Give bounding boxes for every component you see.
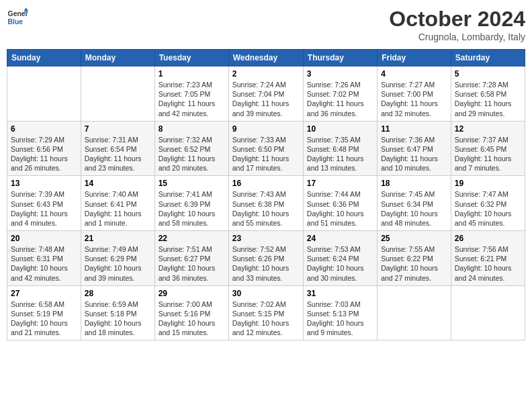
calendar-day-cell: 6Sunrise: 7:29 AM Sunset: 6:56 PM Daylig…: [7, 121, 81, 176]
day-number: 12: [455, 124, 521, 134]
day-content: Sunrise: 7:47 AM Sunset: 6:32 PM Dayligh…: [455, 189, 521, 228]
svg-marker-2: [24, 8, 28, 11]
calendar-day-cell: 12Sunrise: 7:37 AM Sunset: 6:45 PM Dayli…: [451, 121, 525, 176]
calendar-day-cell: 16Sunrise: 7:43 AM Sunset: 6:38 PM Dayli…: [228, 176, 303, 231]
day-number: 15: [159, 179, 225, 188]
day-content: Sunrise: 7:44 AM Sunset: 6:36 PM Dayligh…: [307, 189, 373, 228]
calendar-day-cell: 24Sunrise: 7:53 AM Sunset: 6:24 PM Dayli…: [303, 231, 377, 286]
day-number: 30: [232, 289, 300, 298]
col-header-wednesday: Wednesday: [228, 50, 303, 66]
title-area: October 2024 Crugnola, Lombardy, Italy: [389, 7, 525, 42]
calendar-week-row: 13Sunrise: 7:39 AM Sunset: 6:43 PM Dayli…: [7, 176, 525, 231]
day-number: 4: [381, 69, 447, 79]
day-content: Sunrise: 7:48 AM Sunset: 6:31 PM Dayligh…: [11, 244, 77, 283]
logo: General Blue: [7, 7, 28, 28]
calendar-day-cell: 13Sunrise: 7:39 AM Sunset: 6:43 PM Dayli…: [7, 176, 81, 231]
day-number: 8: [159, 124, 225, 134]
day-number: 3: [307, 69, 373, 79]
calendar-day-cell: 2Sunrise: 7:24 AM Sunset: 7:04 PM Daylig…: [228, 66, 303, 122]
day-number: 6: [11, 124, 77, 134]
calendar-day-cell: 23Sunrise: 7:52 AM Sunset: 6:26 PM Dayli…: [228, 231, 303, 286]
page-header: General Blue October 2024 Crugnola, Lomb…: [7, 7, 525, 42]
day-number: 7: [85, 124, 151, 134]
day-number: 11: [381, 124, 447, 134]
day-content: Sunrise: 7:24 AM Sunset: 7:04 PM Dayligh…: [232, 80, 300, 118]
day-number: 27: [11, 289, 77, 298]
col-header-sunday: Sunday: [7, 50, 81, 66]
day-number: 17: [307, 179, 373, 188]
day-number: 31: [307, 289, 373, 298]
day-content: Sunrise: 7:51 AM Sunset: 6:27 PM Dayligh…: [159, 244, 225, 283]
day-number: 28: [85, 289, 151, 298]
day-number: 23: [232, 234, 300, 243]
day-content: Sunrise: 6:58 AM Sunset: 5:19 PM Dayligh…: [11, 300, 77, 338]
day-content: Sunrise: 7:03 AM Sunset: 5:13 PM Dayligh…: [307, 300, 373, 338]
day-content: Sunrise: 7:49 AM Sunset: 6:29 PM Dayligh…: [85, 244, 151, 283]
col-header-thursday: Thursday: [303, 50, 377, 66]
calendar-day-cell: [378, 285, 451, 340]
calendar-day-cell: 18Sunrise: 7:45 AM Sunset: 6:34 PM Dayli…: [378, 176, 451, 231]
calendar-day-cell: [451, 285, 525, 340]
day-content: Sunrise: 7:02 AM Sunset: 5:15 PM Dayligh…: [232, 300, 300, 338]
day-number: 18: [381, 179, 447, 188]
month-year-title: October 2024: [389, 7, 525, 32]
day-content: Sunrise: 7:33 AM Sunset: 6:50 PM Dayligh…: [232, 135, 300, 173]
day-content: Sunrise: 7:29 AM Sunset: 6:56 PM Dayligh…: [11, 135, 77, 173]
calendar-day-cell: 10Sunrise: 7:35 AM Sunset: 6:48 PM Dayli…: [303, 121, 377, 176]
calendar-day-cell: 8Sunrise: 7:32 AM Sunset: 6:52 PM Daylig…: [154, 121, 228, 176]
calendar-week-row: 6Sunrise: 7:29 AM Sunset: 6:56 PM Daylig…: [7, 121, 525, 176]
calendar-day-cell: 30Sunrise: 7:02 AM Sunset: 5:15 PM Dayli…: [228, 285, 303, 340]
col-header-monday: Monday: [81, 50, 154, 66]
day-number: 25: [381, 234, 447, 243]
day-number: 24: [307, 234, 373, 243]
day-number: 13: [11, 179, 77, 188]
calendar-day-cell: 11Sunrise: 7:36 AM Sunset: 6:47 PM Dayli…: [378, 121, 451, 176]
day-number: 10: [307, 124, 373, 134]
day-content: Sunrise: 7:53 AM Sunset: 6:24 PM Dayligh…: [307, 244, 373, 283]
calendar-day-cell: 4Sunrise: 7:27 AM Sunset: 7:00 PM Daylig…: [378, 66, 451, 122]
day-content: Sunrise: 7:56 AM Sunset: 6:21 PM Dayligh…: [455, 244, 521, 283]
logo-icon: General Blue: [7, 7, 28, 28]
day-content: Sunrise: 7:55 AM Sunset: 6:22 PM Dayligh…: [381, 244, 447, 283]
day-content: Sunrise: 6:59 AM Sunset: 5:18 PM Dayligh…: [85, 300, 151, 338]
calendar-week-row: 20Sunrise: 7:48 AM Sunset: 6:31 PM Dayli…: [7, 231, 525, 286]
calendar-day-cell: 20Sunrise: 7:48 AM Sunset: 6:31 PM Dayli…: [7, 231, 81, 286]
day-content: Sunrise: 7:45 AM Sunset: 6:34 PM Dayligh…: [381, 189, 447, 228]
day-number: 9: [232, 124, 300, 134]
svg-text:Blue: Blue: [8, 18, 24, 26]
day-content: Sunrise: 7:40 AM Sunset: 6:41 PM Dayligh…: [85, 189, 151, 228]
day-content: Sunrise: 7:41 AM Sunset: 6:39 PM Dayligh…: [159, 189, 225, 228]
day-number: 14: [85, 179, 151, 188]
day-number: 21: [85, 234, 151, 243]
calendar-day-cell: 7Sunrise: 7:31 AM Sunset: 6:54 PM Daylig…: [81, 121, 154, 176]
calendar-day-cell: 27Sunrise: 6:58 AM Sunset: 5:19 PM Dayli…: [7, 285, 81, 340]
day-number: 5: [455, 69, 521, 79]
calendar-day-cell: 25Sunrise: 7:55 AM Sunset: 6:22 PM Dayli…: [378, 231, 451, 286]
calendar-week-row: 27Sunrise: 6:58 AM Sunset: 5:19 PM Dayli…: [7, 285, 525, 340]
calendar-day-cell: 14Sunrise: 7:40 AM Sunset: 6:41 PM Dayli…: [81, 176, 154, 231]
calendar-day-cell: 29Sunrise: 7:00 AM Sunset: 5:16 PM Dayli…: [154, 285, 228, 340]
calendar-day-cell: 26Sunrise: 7:56 AM Sunset: 6:21 PM Dayli…: [451, 231, 525, 286]
calendar-day-cell: 9Sunrise: 7:33 AM Sunset: 6:50 PM Daylig…: [228, 121, 303, 176]
calendar-day-cell: 28Sunrise: 6:59 AM Sunset: 5:18 PM Dayli…: [81, 285, 154, 340]
day-content: Sunrise: 7:35 AM Sunset: 6:48 PM Dayligh…: [307, 135, 373, 173]
day-number: 19: [455, 179, 521, 188]
calendar-week-row: 1Sunrise: 7:23 AM Sunset: 7:05 PM Daylig…: [7, 66, 525, 122]
calendar-day-cell: 22Sunrise: 7:51 AM Sunset: 6:27 PM Dayli…: [154, 231, 228, 286]
day-content: Sunrise: 7:23 AM Sunset: 7:05 PM Dayligh…: [159, 80, 225, 118]
day-number: 20: [11, 234, 77, 243]
day-content: Sunrise: 7:36 AM Sunset: 6:47 PM Dayligh…: [381, 135, 447, 173]
calendar-day-cell: [7, 66, 81, 122]
day-number: 26: [455, 234, 521, 243]
day-number: 16: [232, 179, 300, 188]
calendar-header-row: SundayMondayTuesdayWednesdayThursdayFrid…: [7, 50, 525, 66]
day-content: Sunrise: 7:31 AM Sunset: 6:54 PM Dayligh…: [85, 135, 151, 173]
day-number: 1: [159, 69, 225, 79]
col-header-tuesday: Tuesday: [154, 50, 228, 66]
day-content: Sunrise: 7:43 AM Sunset: 6:38 PM Dayligh…: [232, 189, 300, 228]
col-header-friday: Friday: [378, 50, 451, 66]
calendar-day-cell: 15Sunrise: 7:41 AM Sunset: 6:39 PM Dayli…: [154, 176, 228, 231]
day-content: Sunrise: 7:28 AM Sunset: 6:58 PM Dayligh…: [455, 80, 521, 118]
calendar-day-cell: 31Sunrise: 7:03 AM Sunset: 5:13 PM Dayli…: [303, 285, 377, 340]
calendar-table: SundayMondayTuesdayWednesdayThursdayFrid…: [7, 49, 525, 340]
